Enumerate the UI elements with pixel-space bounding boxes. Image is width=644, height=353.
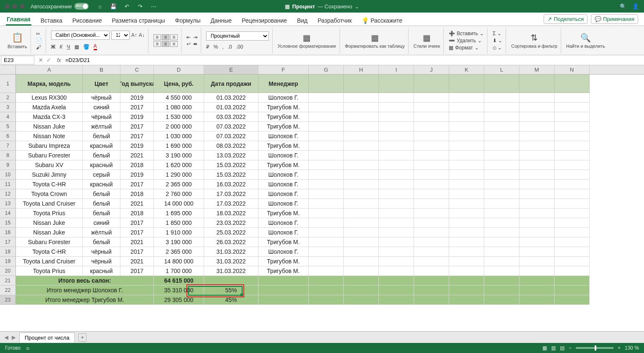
cell[interactable] <box>484 237 519 247</box>
view-pagelayout-icon[interactable]: ▥ <box>551 345 556 351</box>
cell[interactable]: Subaru XV <box>16 160 83 170</box>
cell[interactable]: Nissan Juke <box>16 218 83 228</box>
cell[interactable]: чёрный <box>83 257 120 266</box>
cell[interactable] <box>555 103 590 112</box>
cell[interactable] <box>414 218 449 228</box>
col-header-K[interactable]: K <box>449 65 484 74</box>
copy-icon[interactable]: 📄 <box>36 38 42 44</box>
tab-tellme[interactable]: 💡 Расскажите <box>361 15 403 26</box>
tab-pagelayout[interactable]: Разметка страницы <box>111 15 166 26</box>
cell[interactable]: Год выпуска <box>120 75 154 93</box>
cell[interactable] <box>519 93 555 103</box>
next-sheet-icon[interactable]: ▶ <box>12 334 16 340</box>
prev-sheet-icon[interactable]: ◀ <box>4 334 8 340</box>
cell[interactable]: синий <box>83 218 120 228</box>
cell[interactable] <box>309 257 344 266</box>
cell[interactable]: Тригубов М. <box>258 103 309 112</box>
cell[interactable]: 1 030 000 <box>154 131 204 141</box>
cell[interactable] <box>414 112 449 122</box>
paste-button[interactable]: 📋 Вставить <box>8 32 27 49</box>
cell[interactable]: Шолохов Г. <box>258 93 309 103</box>
tab-data[interactable]: Данные <box>210 15 233 26</box>
row-header[interactable]: 10 <box>0 170 16 180</box>
cell[interactable]: Итого менеджер Тригубов М. <box>16 295 154 305</box>
account-icon[interactable]: 👤 <box>632 3 639 10</box>
cell[interactable]: 35 310 000 <box>154 286 204 295</box>
cell[interactable] <box>414 189 449 199</box>
cell[interactable] <box>309 237 344 247</box>
cell[interactable]: Итого менеджер Шолохов Г. <box>16 286 154 295</box>
cell[interactable] <box>519 141 555 151</box>
cell[interactable] <box>379 151 414 160</box>
increase-indent-icon[interactable]: ⇥ <box>193 34 197 40</box>
cell[interactable]: Toyota Land Cruiser <box>16 257 83 266</box>
col-header-N[interactable]: N <box>555 65 590 74</box>
zoom-level[interactable]: 130 % <box>625 345 639 351</box>
row-header[interactable]: 18 <box>0 247 16 257</box>
bold-button[interactable]: Ж <box>51 44 56 50</box>
cell[interactable]: Тригубов М. <box>258 209 309 218</box>
cell[interactable] <box>344 218 379 228</box>
cell[interactable] <box>344 75 379 93</box>
cell[interactable] <box>449 295 484 305</box>
col-header-I[interactable]: I <box>379 65 414 74</box>
cell[interactable] <box>309 170 344 180</box>
cell[interactable]: 64 615 000 <box>154 276 204 286</box>
cell[interactable] <box>519 237 555 247</box>
cell[interactable] <box>309 286 344 295</box>
cell[interactable]: Тригубов М. <box>258 257 309 266</box>
cell[interactable] <box>309 266 344 276</box>
cell[interactable] <box>555 75 590 93</box>
cell[interactable] <box>379 286 414 295</box>
cell[interactable] <box>309 160 344 170</box>
cell[interactable]: Шолохов Г. <box>258 218 309 228</box>
cell[interactable] <box>309 180 344 189</box>
cell[interactable] <box>344 103 379 112</box>
cell[interactable] <box>414 160 449 170</box>
cell[interactable]: 18.03.2022 <box>204 209 258 218</box>
cell[interactable] <box>379 247 414 257</box>
select-all-corner[interactable] <box>0 65 16 75</box>
cell[interactable]: 3 190 000 <box>154 237 204 247</box>
cell[interactable] <box>484 257 519 266</box>
cell[interactable] <box>519 151 555 160</box>
cell[interactable] <box>309 247 344 257</box>
cell[interactable] <box>519 266 555 276</box>
cell[interactable]: 01.03.2022 <box>204 103 258 112</box>
cell[interactable]: Тригубов М. <box>258 237 309 247</box>
cell[interactable]: 55% <box>204 286 258 295</box>
cell[interactable]: 14 000 000 <box>154 199 204 209</box>
cell[interactable]: Nissan Juke <box>16 122 83 131</box>
cell[interactable] <box>449 276 484 286</box>
cell[interactable] <box>484 295 519 305</box>
cell[interactable]: 2 365 000 <box>154 247 204 257</box>
cell[interactable]: Итого весь салон: <box>16 276 154 286</box>
cell[interactable]: Шолохов Г. <box>258 247 309 257</box>
cell[interactable]: 2021 <box>120 257 154 266</box>
row-header[interactable]: 6 <box>0 131 16 141</box>
cell[interactable] <box>519 247 555 257</box>
cell[interactable]: 2017 <box>120 228 154 237</box>
cell[interactable]: Тригубов М. <box>258 160 309 170</box>
sort-filter-group[interactable]: ⇅ Сортировка и фильтр <box>508 28 561 54</box>
cell[interactable]: Toyota Land Cruiser <box>16 199 83 209</box>
col-header-J[interactable]: J <box>414 65 449 74</box>
redo-icon[interactable]: ↷ <box>136 3 144 10</box>
zoom-in-icon[interactable]: + <box>618 345 621 351</box>
cell[interactable]: 2021 <box>120 237 154 247</box>
row-header[interactable]: 12 <box>0 189 16 199</box>
cell[interactable]: красный <box>83 141 120 151</box>
cell[interactable]: Mazda Axela <box>16 103 83 112</box>
cell[interactable]: Тригубов М. <box>258 122 309 131</box>
cell[interactable] <box>449 141 484 151</box>
tab-insert[interactable]: Вставка <box>40 15 63 26</box>
row-header[interactable]: 23 <box>0 295 16 305</box>
cell[interactable] <box>344 122 379 131</box>
cell[interactable] <box>379 276 414 286</box>
cell[interactable]: 2017 <box>120 266 154 276</box>
cell[interactable]: 2019 <box>120 170 154 180</box>
cell[interactable] <box>449 199 484 209</box>
cell[interactable]: Nissan Juke <box>16 228 83 237</box>
cell[interactable] <box>449 122 484 131</box>
delete-cells-button[interactable]: ➖Удалить ⌄ <box>449 38 484 44</box>
